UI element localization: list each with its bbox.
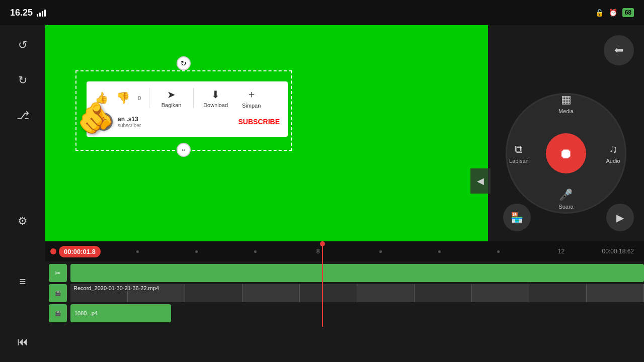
scale-handle[interactable]: ↔ (177, 143, 191, 157)
suara-label: Suara (558, 204, 573, 210)
record-button[interactable]: ⏺ (546, 133, 586, 173)
marker-12: 12 (556, 248, 566, 255)
yt-channel-row: 👤 an .s13 subscriber SUBSCRIBE (95, 113, 280, 131)
total-time-display: 00:00:18.62 (602, 248, 634, 255)
status-right: 🔒 ⏰ 68 (595, 8, 634, 17)
track-row-1: ✂ (45, 264, 644, 282)
dot-3 (254, 250, 257, 253)
status-left: 16.25 (10, 8, 46, 18)
dot-4 (379, 250, 382, 253)
track-2-thumb: 🎬 (45, 284, 70, 302)
back-icon: ⬅ (614, 44, 623, 57)
vseg-6 (357, 284, 415, 302)
like-count: 0 (138, 95, 141, 101)
channel-avatar: 👤 (95, 113, 113, 131)
filter-icon: ≡ (20, 275, 26, 288)
signal-bar-4 (44, 10, 46, 17)
track-3-content[interactable]: 1080...p4 (70, 304, 171, 322)
yt-divider-2 (193, 88, 194, 108)
audio-label: Audio (606, 158, 620, 164)
yt-save-label: Simpan (242, 103, 261, 109)
signal-bar-2 (39, 13, 41, 17)
clock-icon: ⏰ (609, 9, 617, 17)
vseg-7 (415, 284, 472, 302)
redo-button[interactable]: ↻ (10, 68, 35, 93)
undo-button[interactable]: ↺ (10, 33, 35, 58)
vseg-5 (300, 284, 357, 302)
yt-download-label: Download (203, 102, 228, 108)
share-arrow-icon: ➤ (167, 88, 176, 101)
radial-suara-button[interactable]: 🎤 Suara (558, 189, 573, 210)
lapisan-label: Lapisan (509, 158, 529, 164)
time-indicator-line (322, 241, 323, 327)
vseg-9 (529, 284, 587, 302)
media-icon: ▦ (561, 93, 572, 106)
signal-bar-1 (37, 14, 38, 17)
radial-lapisan-button[interactable]: ⧉ Lapisan (509, 143, 529, 164)
radial-media-button[interactable]: ▦ Media (558, 93, 574, 114)
filter-button[interactable]: ≡ (10, 269, 35, 294)
radial-audio-button[interactable]: ♫ Audio (606, 143, 620, 164)
like-icon: 👍 (95, 92, 108, 105)
yt-overlay-selection[interactable]: ↻ 👍 👎 0 ➤ (75, 70, 292, 151)
radial-menu: ⏺ ▦ Media ⧉ Lapisan ♫ Audio 🎤 Suara (501, 88, 631, 219)
subscriber-count: subscriber (118, 123, 233, 128)
settings-button[interactable]: ⚙ (10, 209, 35, 234)
yt-download-button[interactable]: ⬇ Download (202, 88, 229, 108)
redo-icon: ↻ (18, 74, 27, 87)
share-button[interactable]: ⎇ (10, 103, 35, 128)
store-icon: 🏪 (511, 212, 523, 224)
play-icon: ▶ (616, 212, 624, 224)
undo-icon: ↺ (18, 39, 27, 52)
left-chevron-icon: ◀ (477, 175, 484, 187)
rotate-handle[interactable]: ↻ (177, 56, 191, 70)
lock-icon: 🔒 (595, 9, 604, 17)
vseg-8 (472, 284, 529, 302)
vseg-4 (243, 284, 300, 302)
yt-share-button[interactable]: ➤ Bagikan (157, 88, 185, 108)
status-bar: 16.25 🔒 ⏰ 68 (0, 0, 644, 25)
store-button[interactable]: 🏪 (503, 204, 531, 231)
canvas-area: ↻ 👍 👎 0 ➤ (45, 25, 488, 241)
skip-back-icon: ⏮ (17, 335, 28, 348)
share-icon: ⎇ (17, 109, 29, 122)
dot-5 (438, 250, 441, 253)
signal-bars (37, 9, 46, 17)
right-panel: ⬅ ⏺ ▦ Media ⧉ Lapisan ♫ Audio 🎤 Suara (488, 25, 644, 241)
media-label: Media (558, 108, 574, 114)
track-1-content[interactable] (70, 264, 644, 282)
yt-save-button[interactable]: ＋ Simpan (237, 87, 265, 109)
lapisan-icon: ⧉ (515, 143, 523, 156)
download-icon: ⬇ (211, 88, 220, 101)
timeline-tracks: ✂ 🎬 (45, 261, 644, 362)
dislike-icon: 👎 (116, 92, 130, 105)
subscribe-button[interactable]: SUBSCRIBE (238, 118, 280, 126)
dot-1 (136, 250, 139, 253)
save-icon: ＋ (247, 87, 257, 101)
collapse-panel-button[interactable]: ◀ (470, 168, 491, 194)
track-2-content[interactable]: Record_2020-01-30-21-36-22.mp4 (70, 284, 644, 302)
current-time-display: 00:00:01.8 (59, 246, 101, 257)
vseg-10 (587, 284, 644, 302)
timeline-area: 00:00:01.8 8 12 00:00:18.62 ✂ 🎬 (45, 241, 644, 362)
audio-icon: ♫ (609, 143, 617, 156)
timeline-header: 00:00:01.8 8 12 00:00:18.62 (45, 241, 644, 261)
yt-widget: 👍 👎 0 ➤ Bagikan (87, 81, 288, 137)
settings-icon: ⚙ (18, 215, 28, 228)
time-display: 16.25 (10, 8, 33, 18)
yt-dislike-button[interactable]: 👎 (116, 92, 130, 105)
track-3-thumb: 🎬 (45, 304, 70, 322)
skip-back-button[interactable]: ⏮ (10, 329, 35, 354)
track-1-thumb: ✂ (45, 264, 70, 282)
signal-bar-3 (42, 11, 43, 17)
vseg-3 (185, 284, 243, 302)
yt-share-label: Bagikan (162, 102, 182, 108)
track-3-icon: 🎬 (49, 304, 67, 322)
play-button[interactable]: ▶ (606, 204, 634, 231)
back-button[interactable]: ⬅ (604, 35, 634, 65)
track-row-3: 🎬 1080...p4 (45, 304, 644, 322)
yt-like-button[interactable]: 👍 (95, 92, 108, 105)
track-2-label: Record_2020-01-30-21-36-22.mp4 (70, 284, 162, 292)
left-toolbar: ↺ ↻ ⎇ ⚙ ≡ ⏮ (0, 25, 45, 362)
channel-info: an .s13 subscriber (118, 116, 233, 128)
